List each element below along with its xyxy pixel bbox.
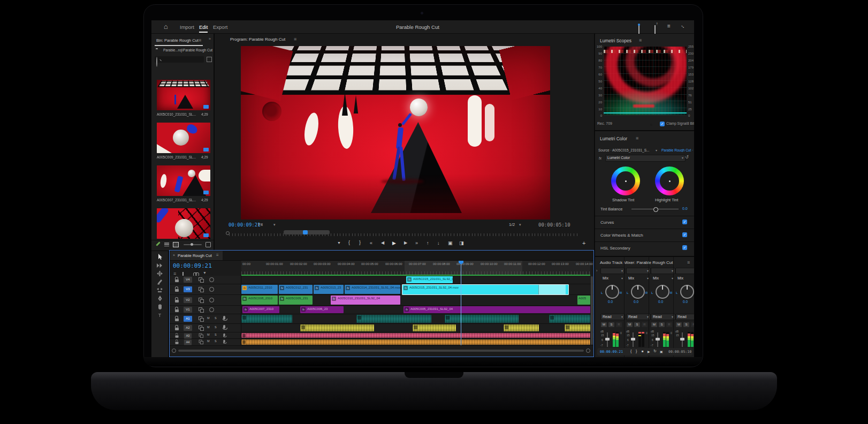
track-name-a2[interactable]: A2 [184,325,192,331]
tab-export[interactable]: Export [213,24,227,30]
mute-button[interactable]: M [651,322,657,327]
timeline-clip[interactable]: fx A005C009_231 [279,296,313,305]
fader-handle[interactable] [605,338,610,340]
track-name-v3[interactable]: V3 [184,286,192,292]
lock-icon[interactable] [175,328,179,330]
input-select[interactable]: ▾ [600,268,625,274]
seekbar-zoom-handle[interactable] [226,231,230,235]
sequence-tab[interactable]: × Parable Rough Cut ≡ [170,251,223,260]
timeline-clip[interactable]: fx A005C010_231031_SL92_04 [331,296,400,305]
mark-in-icon[interactable]: { [348,240,350,245]
razor-tool-icon[interactable] [151,279,168,285]
bin-tab[interactable]: Bin: Parable Rough Cut [156,38,199,43]
pan-knob[interactable] [605,285,619,299]
fader-handle[interactable] [680,338,684,340]
sync-lock-icon[interactable] [199,298,203,302]
new-item-icon[interactable] [205,242,211,247]
mute-toggle[interactable]: M [207,316,210,320]
track-select-tool-icon[interactable] [151,263,168,268]
highlight-tint-wheel[interactable] [655,166,684,195]
mute-button[interactable]: M [676,322,682,327]
mute-toggle[interactable]: M [207,333,210,336]
go-to-out-icon[interactable]: » [415,240,418,246]
voiceover-mic-icon[interactable] [223,334,225,337]
playhead[interactable] [461,261,461,345]
sync-lock-icon[interactable] [199,325,203,330]
lumetri-panel-menu-icon[interactable]: ≡ [636,135,638,141]
extract-icon[interactable]: ↓ [437,240,440,246]
audio-clip[interactable] [549,315,590,323]
solo-toggle[interactable]: S [215,325,217,329]
track-name-v4[interactable]: V4 [184,277,192,283]
timeline-clip[interactable]: A005 [577,296,590,305]
lock-icon[interactable] [175,279,179,282]
sync-lock-icon[interactable] [199,316,203,321]
lock-icon[interactable] [175,319,179,321]
thumbnail-zoom-slider[interactable] [184,244,202,245]
output-select[interactable]: Mix▾ [600,275,625,282]
timeline-clip[interactable]: fx A005C014_231031_SL91_04.mov [345,285,400,294]
bin-breadcrumb[interactable]: Parable...roj\Parable Rough Cut [163,48,212,52]
lift-icon[interactable]: ↑ [427,240,429,246]
reset-icon[interactable]: ↺ [685,155,689,160]
timeline-clip[interactable]: fx A005C011_2310 [241,285,278,294]
fader-handle[interactable] [631,338,635,340]
add-button-icon[interactable]: + [582,240,585,246]
record-button[interactable]: R [616,322,622,327]
voiceover-mic-icon[interactable] [223,316,225,320]
audio-clip[interactable] [504,324,539,331]
record-button[interactable]: R [666,322,672,327]
output-select[interactable]: Mix▾ [675,275,694,282]
program-tab[interactable]: Program: Parable Rough Cut [230,37,285,42]
timeline-clip[interactable]: fx A005C013_23 [314,285,344,294]
shadow-tint-wheel[interactable] [611,166,640,195]
mute-toggle[interactable]: M [207,325,210,329]
type-tool-icon[interactable]: T [151,313,168,318]
input-select[interactable]: ▾ [626,268,651,274]
go-to-out-icon[interactable]: } [636,349,637,353]
home-icon[interactable]: ⌂ [164,22,168,31]
timeline-hscrollbar[interactable] [178,350,584,352]
program-panel-menu-icon[interactable]: ≡ [294,36,296,42]
list-view-icon[interactable] [164,243,169,246]
lumetri-target-link[interactable]: Parable Rough Cut · A005C0... [661,148,694,152]
solo-button[interactable]: S [608,322,614,327]
section-hsl[interactable]: HSL Secondary [600,246,630,251]
audio-clip[interactable] [241,339,590,345]
timeline-zoom-handle-left[interactable] [172,349,176,353]
export-frame-icon[interactable]: ▣ [448,240,453,246]
go-to-in-icon[interactable]: « [370,240,372,246]
slider-handle[interactable] [653,207,658,212]
sequence-menu-icon[interactable]: ≡ [216,253,219,258]
input-select[interactable]: ▾ [651,268,675,274]
timeline-clip[interactable]: fx A005C015_231031_SL92_0 [406,276,453,283]
solo-toggle[interactable]: S [215,339,217,343]
record-icon[interactable]: ▣ [660,350,663,353]
pan-value[interactable]: 0.0 [634,300,638,304]
add-marker-icon[interactable]: ▼ [203,271,207,275]
lock-icon[interactable] [175,309,179,312]
go-to-in-icon[interactable]: { [630,349,631,353]
track-output-icon[interactable] [209,277,214,282]
add-marker-icon[interactable]: ▼ [337,241,341,245]
workspace-icon[interactable] [638,24,639,34]
solo-toggle[interactable]: S [215,316,217,320]
scopes-colorspace[interactable]: Rec. 709 [597,122,612,125]
mixer-timecode[interactable]: 00:00:09:21 [600,350,623,354]
pan-knob[interactable] [680,285,694,299]
section-curves[interactable]: Curves [600,220,614,225]
slip-tool-icon[interactable] [151,287,168,293]
loop-icon[interactable]: ↻ [653,349,657,353]
lock-icon[interactable] [175,289,179,292]
tint-balance-slider[interactable] [631,209,679,209]
bin-clip-thumbnail[interactable] [157,208,210,239]
track-output-icon[interactable] [209,298,214,302]
automation-select[interactable]: Read▾ [626,314,651,320]
bin-clip-thumbnail[interactable] [157,80,210,110]
pan-value[interactable]: 0.0 [658,300,663,304]
sync-lock-icon[interactable] [199,334,203,337]
mute-button[interactable]: M [627,322,633,327]
timeline-clip[interactable]: fx A005C007_2310 [242,306,279,313]
step-back-icon[interactable]: ◀ [381,240,384,245]
section-color-wheels[interactable]: Color Wheels & Match [600,233,643,238]
